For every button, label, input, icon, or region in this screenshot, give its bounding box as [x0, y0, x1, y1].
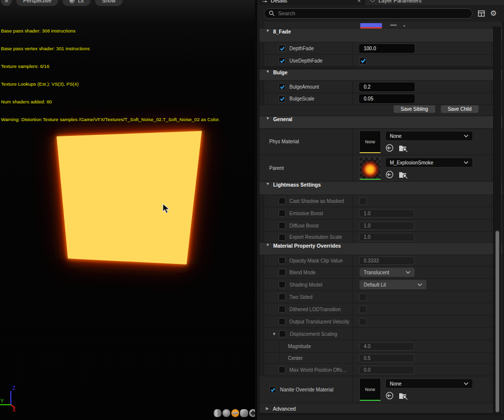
- hamburger-menu-icon[interactable]: ≡: [1, 0, 12, 6]
- chevron-down-icon[interactable]: ▼: [272, 332, 276, 336]
- preview-plane-button-active[interactable]: [231, 409, 239, 417]
- override-checkbox-unchecked[interactable]: [279, 318, 285, 325]
- cutoff-widget-dash: [390, 25, 397, 26]
- perspective-button[interactable]: Perspective: [16, 0, 58, 6]
- tab-layer-parameters[interactable]: Layer Parameters: [366, 0, 504, 5]
- override-checkbox-checked[interactable]: [279, 57, 285, 64]
- asset-dropdown[interactable]: None: [385, 379, 473, 388]
- asset-dropdown[interactable]: None: [385, 131, 473, 141]
- details-property-list: ▼ 8_Fade DepthFade 100.0: [259, 22, 503, 414]
- number-input[interactable]: 0.05: [359, 95, 414, 103]
- override-checkbox-unchecked[interactable]: [279, 222, 285, 229]
- override-checkbox-unchecked[interactable]: [279, 269, 285, 276]
- number-input-disabled[interactable]: 0.0: [359, 366, 414, 374]
- param-label: BulgeScale: [289, 96, 315, 101]
- asset-dropdown[interactable]: M_ExplosionSmoke: [385, 158, 473, 167]
- value-checkbox-unchecked[interactable]: [359, 306, 367, 313]
- chevron-down-icon[interactable]: ▼: [266, 116, 270, 128]
- override-checkbox-checked[interactable]: [279, 96, 285, 102]
- param-row-parent: Parent M_ExplosionSmoke: [259, 155, 503, 182]
- browse-to-asset-icon[interactable]: [399, 171, 408, 179]
- color-swatch[interactable]: [360, 23, 382, 29]
- number-input-disabled[interactable]: 4.0: [359, 342, 414, 351]
- section-header-lightmass[interactable]: ▼ Lightmass Settings: [259, 182, 503, 195]
- preview-sphere-button[interactable]: [222, 409, 230, 417]
- details-tab-icon: [262, 0, 268, 3]
- section-header-bulge[interactable]: ▼ Bulge: [259, 69, 503, 81]
- browse-to-asset-icon[interactable]: [399, 144, 408, 152]
- preview-custom-mesh-button[interactable]: [249, 409, 255, 417]
- number-input-disabled[interactable]: 1.0: [359, 222, 414, 230]
- chevron-down-icon[interactable]: ▼: [266, 29, 270, 42]
- param-label: Parent: [269, 165, 284, 171]
- preview-cylinder-button[interactable]: [214, 409, 221, 417]
- section-header-general[interactable]: ▼ General: [259, 116, 503, 129]
- lit-mode-button[interactable]: Lit: [63, 0, 91, 6]
- param-label: Export Resolution Scale: [289, 234, 342, 240]
- override-checkbox-checked[interactable]: [279, 45, 285, 52]
- override-checkbox-unchecked[interactable]: [279, 210, 285, 217]
- axis-gizmo: Z Y X: [0, 383, 49, 418]
- override-checkbox-unchecked[interactable]: [279, 293, 285, 300]
- chevron-down-icon[interactable]: ▼: [266, 243, 270, 255]
- use-selected-asset-icon[interactable]: [385, 144, 394, 152]
- override-checkbox-checked[interactable]: [269, 386, 276, 393]
- mouse-cursor: [162, 203, 170, 214]
- section-header-advanced[interactable]: ▶ Advanced: [259, 403, 503, 414]
- search-input[interactable]: Search: [264, 8, 472, 19]
- override-checkbox-unchecked[interactable]: [279, 281, 285, 288]
- override-checkbox-unchecked[interactable]: [279, 330, 286, 337]
- number-input[interactable]: 100.0: [359, 44, 414, 53]
- save-child-button[interactable]: Save Child: [441, 105, 479, 113]
- scrollbar-thumb[interactable]: [495, 230, 500, 413]
- override-checkbox-unchecked[interactable]: [279, 366, 285, 373]
- override-checkbox-unchecked[interactable]: [279, 257, 285, 264]
- asset-thumbnail-none[interactable]: None: [359, 130, 381, 153]
- override-checkbox-unchecked[interactable]: [279, 234, 285, 241]
- dropdown-value: Default Lit: [364, 282, 386, 288]
- param-row-displacement-scaling: ▼ Displacement Scaling: [259, 328, 503, 340]
- value-checkbox-unchecked[interactable]: [359, 197, 367, 205]
- number-input-disabled[interactable]: 1.0: [359, 209, 414, 218]
- chevron-right-icon[interactable]: ▶: [266, 406, 269, 411]
- tab-details[interactable]: Details ✕: [258, 0, 365, 5]
- override-checkbox-unchecked[interactable]: [279, 306, 285, 313]
- asset-thumbnail-explosion-smoke[interactable]: [359, 157, 381, 180]
- number-input[interactable]: 0.2: [359, 83, 414, 91]
- show-button[interactable]: Show: [95, 0, 123, 6]
- param-label: Opacity Mask Clip Value: [289, 258, 343, 263]
- shading-model-dropdown[interactable]: Default Lit: [359, 280, 427, 290]
- number-input-disabled[interactable]: 1.0: [359, 233, 414, 241]
- save-sibling-button[interactable]: Save Sibling: [393, 105, 436, 113]
- override-checkbox-checked[interactable]: [279, 83, 285, 90]
- param-row-output-translucent-velocity: Output Translucent Velocity: [259, 316, 503, 328]
- section-label: General: [273, 116, 292, 128]
- use-selected-asset-icon[interactable]: [385, 170, 394, 179]
- search-icon: [269, 10, 275, 16]
- asset-thumbnail-none[interactable]: None: [359, 378, 381, 401]
- value-checkbox-unchecked[interactable]: [359, 318, 367, 325]
- partial-color-parameter-row[interactable]: [259, 22, 503, 29]
- section-header-8-fade[interactable]: ▼ 8_Fade: [259, 29, 503, 42]
- number-input-disabled[interactable]: 0.5: [359, 354, 414, 362]
- chevron-down-icon: [464, 161, 469, 164]
- override-checkbox-unchecked[interactable]: [279, 197, 285, 204]
- section-header-material-property-overrides[interactable]: ▼ Material Property Overrides: [259, 243, 503, 255]
- browse-to-asset-icon[interactable]: [399, 392, 408, 400]
- value-checkbox-unchecked[interactable]: [359, 293, 367, 301]
- value-checkbox-checked[interactable]: [359, 57, 367, 65]
- chevron-down-icon[interactable]: ▼: [266, 182, 270, 194]
- close-tab-icon[interactable]: ✕: [357, 0, 361, 3]
- thumbnail-label: None: [365, 387, 375, 392]
- chevron-down-icon[interactable]: ▼: [266, 69, 270, 80]
- material-preview-viewport[interactable]: ≡ Perspective Lit Show Base pass shader:…: [0, 0, 255, 420]
- use-selected-asset-icon[interactable]: [385, 391, 394, 400]
- section-label: Material Property Overrides: [273, 243, 341, 255]
- blend-mode-dropdown[interactable]: Translucent: [359, 267, 415, 277]
- settings-gear-icon[interactable]: ⚙: [490, 9, 497, 18]
- display-filter-grid-icon[interactable]: [478, 10, 485, 17]
- scrollbar-track[interactable]: [493, 27, 501, 414]
- number-input-disabled[interactable]: 0.3333: [359, 257, 414, 265]
- perspective-label: Perspective: [23, 0, 51, 3]
- preview-cube-button[interactable]: [240, 409, 248, 417]
